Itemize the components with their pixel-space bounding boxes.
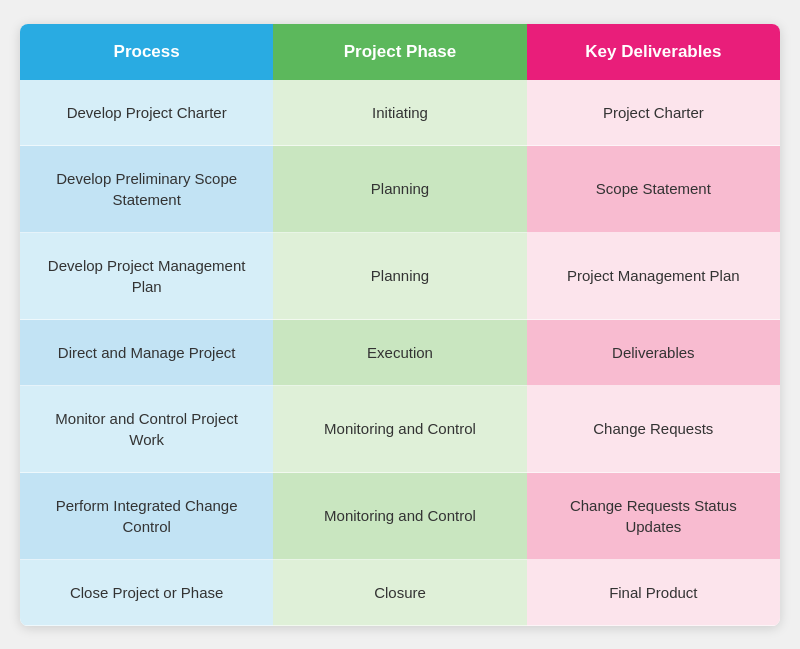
deliverable-cell: Scope Statement	[596, 178, 711, 199]
deliverable-cell: Change Requests Status Updates	[543, 495, 764, 537]
table-row: Closure	[273, 560, 526, 626]
process-cell: Develop Preliminary Scope Statement	[36, 168, 257, 210]
deliverable-cell: Project Management Plan	[567, 265, 740, 286]
main-table: Process Project Phase Key Deliverables D…	[20, 24, 780, 626]
phase-cell: Closure	[374, 582, 426, 603]
table-row: Scope Statement	[527, 146, 780, 233]
header-phase-label: Project Phase	[344, 42, 456, 61]
table-row: Monitor and Control Project Work	[20, 386, 273, 473]
table-row: Planning	[273, 146, 526, 233]
table-row: Final Product	[527, 560, 780, 626]
deliverable-cell: Change Requests	[593, 418, 713, 439]
table-row: Develop Project Management Plan	[20, 233, 273, 320]
header-deliverables: Key Deliverables	[527, 24, 780, 80]
table-row: Monitoring and Control	[273, 473, 526, 560]
process-cell: Perform Integrated Change Control	[36, 495, 257, 537]
table-row: Project Management Plan	[527, 233, 780, 320]
table-row: Execution	[273, 320, 526, 386]
table-row: Change Requests Status Updates	[527, 473, 780, 560]
header-process-label: Process	[114, 42, 180, 61]
header-phase: Project Phase	[273, 24, 526, 80]
process-cell: Develop Project Management Plan	[36, 255, 257, 297]
process-cell: Direct and Manage Project	[58, 342, 236, 363]
process-cell: Close Project or Phase	[70, 582, 223, 603]
table-row: Develop Preliminary Scope Statement	[20, 146, 273, 233]
process-cell: Monitor and Control Project Work	[36, 408, 257, 450]
table-grid: Process Project Phase Key Deliverables D…	[20, 24, 780, 626]
table-row: Close Project or Phase	[20, 560, 273, 626]
phase-cell: Monitoring and Control	[324, 505, 476, 526]
table-row: Planning	[273, 233, 526, 320]
phase-cell: Planning	[371, 265, 429, 286]
table-row: Initiating	[273, 80, 526, 146]
header-process: Process	[20, 24, 273, 80]
deliverable-cell: Deliverables	[612, 342, 695, 363]
table-row: Monitoring and Control	[273, 386, 526, 473]
header-deliverables-label: Key Deliverables	[585, 42, 721, 61]
phase-cell: Planning	[371, 178, 429, 199]
deliverable-cell: Project Charter	[603, 102, 704, 123]
deliverable-cell: Final Product	[609, 582, 697, 603]
table-row: Change Requests	[527, 386, 780, 473]
table-row: Deliverables	[527, 320, 780, 386]
table-row: Develop Project Charter	[20, 80, 273, 146]
process-cell: Develop Project Charter	[67, 102, 227, 123]
table-row: Direct and Manage Project	[20, 320, 273, 386]
phase-cell: Monitoring and Control	[324, 418, 476, 439]
phase-cell: Execution	[367, 342, 433, 363]
phase-cell: Initiating	[372, 102, 428, 123]
table-row: Perform Integrated Change Control	[20, 473, 273, 560]
table-row: Project Charter	[527, 80, 780, 146]
